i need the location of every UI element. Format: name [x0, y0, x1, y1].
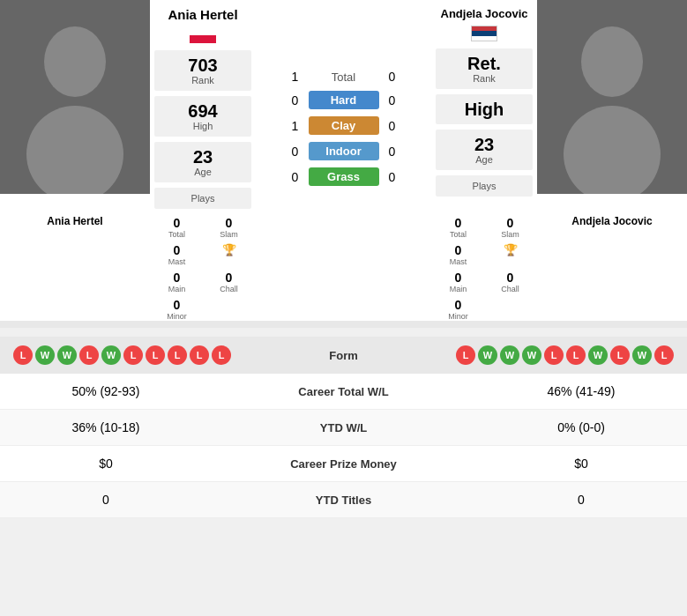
left-slam-group: 0 Slam: [206, 216, 251, 239]
right-minor-lab: Minor: [448, 312, 468, 321]
left-chall-group: 0 Chall: [206, 271, 251, 293]
stat-center-label: YTD W/L: [265, 421, 423, 434]
stat-left-val: 50% (92-93): [18, 384, 194, 398]
right-total-val: 0: [455, 216, 462, 230]
right-total-group: 0 Total: [436, 216, 481, 239]
surface-row-total: 1 Total 0: [256, 70, 431, 84]
left-photo-name: Ania Hertel: [0, 212, 150, 321]
left-age-value: 23: [159, 147, 247, 167]
left-rank-box: 703 Rank: [154, 50, 251, 91]
form-pill-l: L: [123, 345, 143, 365]
right-slam-lab: Slam: [501, 230, 519, 239]
right-slam-val: 0: [507, 216, 514, 230]
right-age-label: Age: [440, 154, 528, 165]
stat-right-val: 0: [493, 493, 669, 507]
left-mini-stats-wrap: 0 Total 0 Slam 0 Mast 🏆 0 Main: [150, 212, 256, 321]
right-plays-box: Plays: [436, 175, 533, 197]
clay-label: Clay: [309, 116, 379, 135]
left-mast-val: 0: [174, 243, 181, 257]
left-chall-lab: Chall: [220, 285, 238, 293]
svg-point-4: [581, 26, 643, 97]
right-mini-grid: 0 Total 0 Slam 0 Mast 🏆 0 Main: [431, 212, 537, 321]
left-rank-value: 703: [159, 56, 247, 75]
left-plays-box: Plays: [154, 188, 251, 209]
left-photo-name-label: Ania Hertel: [0, 212, 150, 231]
form-pill-l: L: [190, 345, 209, 365]
right-high-value: High: [440, 100, 528, 119]
form-pill-w: W: [632, 345, 652, 365]
form-pill-l: L: [146, 345, 165, 365]
stat-row: 0 YTD Titles 0: [0, 482, 687, 518]
left-form-pills: LWWLWLLLLL: [13, 345, 231, 365]
left-trophy-icon-group: 🏆: [206, 243, 251, 266]
stat-row: 36% (10-18) YTD W/L 0% (0-0): [0, 410, 687, 446]
left-trophy-icon: 🏆: [222, 243, 236, 256]
svg-point-1: [44, 26, 106, 97]
right-player-name: Andjela Jocovic: [441, 7, 528, 20]
stat-row: 50% (92-93) Career Total W/L 46% (41-49): [0, 374, 687, 410]
form-section: LWWLWLLLLL Form LWWWLLWLWL: [0, 337, 687, 374]
form-pill-w: W: [101, 345, 121, 365]
right-chall-group: 0 Chall: [488, 271, 533, 293]
right-rank-label: Rank: [440, 73, 528, 84]
form-pill-l: L: [544, 345, 564, 365]
right-trophy-icon-group: 🏆: [488, 243, 533, 266]
page-container: Ania Hertel 703 Rank 694 High 23 Age: [0, 0, 687, 518]
stat-left-val: 36% (10-18): [18, 420, 194, 434]
mini-stats-row: Ania Hertel 0 Total 0 Slam 0 Mast 🏆: [0, 212, 687, 328]
left-main-lab: Main: [168, 285, 186, 293]
left-player-stats: Ania Hertel 703 Rank 694 High 23 Age: [150, 0, 256, 212]
right-mast-val: 0: [455, 243, 462, 257]
stat-center-label: Career Prize Money: [265, 457, 423, 471]
left-player-header: Ania Hertel: [150, 0, 256, 48]
left-minor-lab: Minor: [167, 312, 187, 321]
form-pill-w: W: [522, 345, 541, 365]
right-rank-value: Ret.: [440, 54, 528, 73]
right-chall-val: 0: [507, 271, 514, 285]
right-high-box: High: [436, 94, 533, 124]
left-age-box: 23 Age: [154, 142, 251, 182]
right-minor-group: 0 Minor: [436, 298, 481, 321]
right-main-group: 0 Main: [436, 271, 481, 293]
right-minor-val: 0: [455, 298, 462, 312]
form-pill-w: W: [35, 345, 55, 365]
indoor-right: 0: [379, 145, 406, 159]
total-label: Total: [309, 71, 379, 84]
right-rank-box: Ret. Rank: [436, 48, 533, 89]
stat-left-val: $0: [18, 456, 194, 471]
left-total-group: 0 Total: [154, 216, 199, 239]
form-pill-l: L: [79, 345, 99, 365]
left-high-value: 694: [159, 101, 247, 121]
right-mast-lab: Mast: [450, 257, 467, 266]
left-mast-group: 0 Mast: [154, 243, 199, 266]
left-slam-lab: Slam: [220, 230, 238, 239]
right-mast-group: 0 Mast: [436, 243, 481, 266]
left-plays-label: Plays: [159, 193, 247, 204]
left-rank-label: Rank: [159, 75, 247, 85]
form-pill-l: L: [610, 345, 630, 365]
left-minor-group: 0 Minor: [154, 298, 199, 321]
center-spacer: [256, 212, 431, 321]
form-label: Form: [329, 349, 358, 362]
clay-right: 0: [379, 119, 406, 133]
left-slam-val: 0: [226, 216, 233, 230]
indoor-label: Indoor: [309, 142, 379, 160]
form-pill-l: L: [456, 345, 475, 365]
left-total-lab: Total: [168, 230, 185, 239]
right-total-lab: Total: [450, 230, 467, 239]
left-mast-lab: Mast: [168, 257, 186, 266]
left-player-name: Ania Hertel: [168, 7, 237, 22]
form-pill-w: W: [57, 345, 77, 365]
surface-row-indoor: 0 Indoor 0: [256, 142, 431, 160]
right-age-value: 23: [440, 135, 528, 154]
surface-row-hard: 0 Hard 0: [256, 91, 431, 109]
hard-right: 0: [379, 93, 406, 108]
right-trophy-icon: 🏆: [504, 243, 518, 256]
indoor-left: 0: [282, 145, 309, 159]
stat-left-val: 0: [18, 493, 194, 507]
right-photo-name: Andjela Jocovic: [537, 212, 687, 321]
form-pill-l: L: [13, 345, 33, 365]
right-photo-name-label: Andjela Jocovic: [537, 212, 687, 231]
right-slam-group: 0 Slam: [488, 216, 533, 239]
form-pill-w: W: [588, 345, 608, 365]
